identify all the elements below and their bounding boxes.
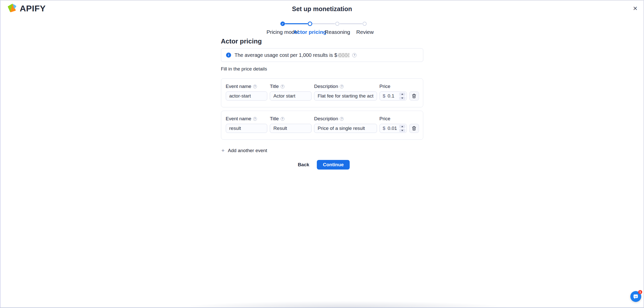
stepper-connector [285, 23, 308, 24]
price-input[interactable] [388, 93, 398, 99]
price-input-group: $ [380, 91, 407, 101]
price-increment-button[interactable] [399, 125, 405, 128]
help-icon[interactable]: ? [253, 85, 257, 88]
close-button[interactable]: × [631, 3, 639, 14]
stepper-connector [312, 23, 335, 24]
event-name-label: Event name [226, 116, 251, 122]
chat-unread-badge: 1 [638, 290, 642, 294]
price-label: Price [380, 116, 390, 122]
price-field: Price $ [380, 116, 419, 133]
step-indicator-pricing-model[interactable]: ✓ [280, 21, 285, 26]
header: APIFY Set up monetization × [0, 0, 644, 18]
add-event-label: Add another event [228, 148, 267, 153]
help-icon[interactable]: ? [352, 53, 357, 57]
step-indicator-reasoning[interactable] [335, 22, 339, 26]
back-button[interactable]: Back [294, 160, 313, 170]
description-field: Description ? [314, 84, 377, 101]
step-indicator-actor-pricing[interactable] [308, 21, 312, 26]
wizard-actions: Back Continue [221, 160, 423, 170]
chat-widget-button[interactable]: 1 [630, 291, 641, 302]
description-label: Description [314, 84, 338, 89]
delete-event-button[interactable] [409, 124, 419, 133]
step-label-reasoning[interactable]: Reasoning [325, 29, 350, 35]
event-card-row-2: Event name ? Title ? Description ? [221, 111, 423, 140]
help-icon[interactable]: ? [253, 117, 257, 121]
stepper: ✓ Pricing model Actor pricing Reasoning … [280, 21, 367, 34]
delete-event-button[interactable] [409, 91, 419, 101]
stepper-connector [340, 23, 362, 24]
title-field: Title ? [270, 116, 312, 133]
description-label: Description [314, 116, 338, 122]
plus-icon: + [221, 148, 225, 153]
currency-symbol: $ [383, 126, 386, 131]
help-icon[interactable]: ? [340, 85, 344, 88]
description-field: Description ? [314, 116, 377, 133]
section-heading: Actor pricing [221, 37, 423, 45]
step-indicator-review[interactable] [363, 22, 367, 26]
title-input[interactable] [270, 91, 312, 101]
help-icon[interactable]: ? [281, 85, 284, 88]
arrow-up-icon [401, 93, 403, 95]
main-content: Actor pricing i The average usage cost p… [221, 37, 423, 170]
continue-button[interactable]: Continue [317, 160, 350, 170]
price-label: Price [380, 84, 390, 89]
redacted-cost-value [338, 53, 349, 57]
event-card-row-1: Event name ? Title ? Description ? [221, 78, 423, 107]
description-input[interactable] [314, 91, 377, 101]
check-icon: ✓ [281, 22, 284, 26]
event-list: Event name ? Title ? Description ? [221, 78, 423, 140]
bottom-page-shadow [134, 300, 554, 308]
event-name-input[interactable] [226, 91, 268, 101]
currency-symbol: $ [383, 93, 386, 99]
title-input[interactable] [270, 124, 312, 133]
event-name-input[interactable] [226, 124, 268, 133]
price-input[interactable] [388, 126, 398, 131]
price-input-group: $ [380, 124, 407, 133]
page-title: Set up monetization [0, 5, 644, 13]
trash-icon [412, 94, 416, 98]
price-stepper [399, 92, 405, 100]
arrow-down-icon [401, 98, 403, 99]
info-icon: i [226, 53, 231, 58]
stepper-track: ✓ [280, 21, 367, 26]
event-name-field: Event name ? [226, 116, 268, 133]
title-field: Title ? [270, 84, 312, 101]
arrow-up-icon [401, 126, 403, 127]
info-banner: i The average usage cost per 1,000 resul… [221, 48, 423, 62]
price-decrement-button[interactable] [399, 129, 405, 132]
event-name-field: Event name ? [226, 84, 268, 101]
title-label: Title [270, 84, 279, 89]
step-label-review[interactable]: Review [356, 29, 374, 35]
step-label-actor-pricing[interactable]: Actor pricing [293, 29, 326, 35]
price-stepper [399, 125, 405, 132]
add-another-event-button[interactable]: + Add another event [221, 147, 268, 154]
description-input[interactable] [314, 124, 377, 133]
chat-bubble-icon [633, 293, 639, 300]
arrow-down-icon [401, 130, 403, 131]
help-icon[interactable]: ? [281, 117, 284, 121]
subtitle: Fill in the price details [221, 66, 423, 72]
price-field: Price $ [380, 84, 419, 101]
help-icon[interactable]: ? [340, 117, 344, 121]
event-name-label: Event name [226, 84, 251, 89]
price-increment-button[interactable] [399, 92, 405, 96]
price-decrement-button[interactable] [399, 97, 405, 100]
info-banner-text: The average usage cost per 1,000 results… [235, 52, 337, 58]
title-label: Title [270, 116, 279, 122]
trash-icon [412, 126, 416, 131]
stepper-labels: Pricing model Actor pricing Reasoning Re… [280, 26, 367, 34]
